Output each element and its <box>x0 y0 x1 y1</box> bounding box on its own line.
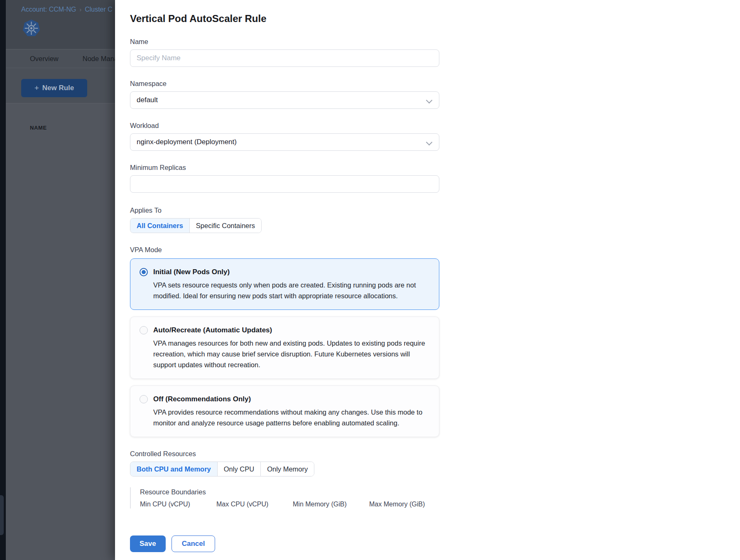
drawer-title: Vertical Pod AutoScaler Rule <box>130 12 439 25</box>
vpa-option-initial[interactable]: Initial (New Pods Only) VPA sets resourc… <box>130 258 439 310</box>
min-memory-column-label: Min Memory (GiB) <box>293 500 369 508</box>
vpa-option-title: Off (Recommendations Only) <box>153 394 251 404</box>
breadcrumb-separator-icon: › <box>79 6 81 13</box>
screen: Account: CCM-NG›Cluster C <box>0 0 740 560</box>
workload-select[interactable]: nginx-deployment (Deployment) <box>130 133 439 151</box>
new-rule-button-label: New Rule <box>42 84 74 92</box>
rules-table: NAME <box>6 103 115 560</box>
tab-overview[interactable]: Overview <box>30 55 59 63</box>
save-button[interactable]: Save <box>130 535 166 552</box>
vpa-mode-label: VPA Mode <box>130 246 439 254</box>
vpa-option-description: VPA manages resources for both new and e… <box>153 338 430 370</box>
vpa-option-off[interactable]: Off (Recommendations Only) VPA provides … <box>130 386 439 437</box>
min-replicas-input[interactable] <box>130 175 439 193</box>
vpa-rule-drawer: Vertical Pod AutoScaler Rule Name Namesp… <box>115 0 740 560</box>
max-cpu-column-label: Max CPU (vCPU) <box>216 500 293 508</box>
resource-boundaries-heading: Resource Boundaries <box>140 487 439 496</box>
max-memory-column-label: Max Memory (GiB) <box>369 500 425 508</box>
min-replicas-label: Minimum Replicas <box>130 163 439 172</box>
name-column-header: NAME <box>30 125 47 131</box>
resource-boundaries-panel: Resource Boundaries Min CPU (vCPU) Max C… <box>130 487 439 508</box>
namespace-label: Namespace <box>130 79 439 88</box>
background-page: Account: CCM-NG›Cluster C <box>0 0 115 560</box>
tab-node-management[interactable]: Node Mana <box>83 55 115 63</box>
chevron-down-icon <box>426 97 433 104</box>
min-cpu-column-label: Min CPU (vCPU) <box>140 500 216 508</box>
segment-all-containers[interactable]: All Containers <box>130 219 189 233</box>
name-input[interactable] <box>130 49 439 67</box>
new-rule-button[interactable]: + New Rule <box>21 79 87 97</box>
drawer-footer: Save Cancel <box>115 528 740 560</box>
breadcrumb-cluster[interactable]: Cluster C <box>85 6 113 13</box>
segment-both-cpu-memory[interactable]: Both CPU and Memory <box>130 462 217 476</box>
left-edge-strip <box>0 0 6 560</box>
cancel-button[interactable]: Cancel <box>172 535 216 552</box>
vpa-option-description: VPA sets resource requests only when pod… <box>153 280 430 301</box>
radio-unselected-icon[interactable] <box>140 326 148 334</box>
breadcrumb: Account: CCM-NG›Cluster C <box>21 6 113 13</box>
drawer-scroll-area[interactable]: Vertical Pod AutoScaler Rule Name Namesp… <box>115 0 740 528</box>
left-edge-panel <box>0 495 4 535</box>
applies-to-segmented-control: All Containers Specific Containers <box>130 218 262 233</box>
workload-select-value: nginx-deployment (Deployment) <box>137 138 237 146</box>
radio-selected-icon[interactable] <box>140 268 148 276</box>
page-header: Account: CCM-NG›Cluster C <box>6 0 115 49</box>
applies-to-label: Applies To <box>130 206 439 215</box>
segment-only-cpu[interactable]: Only CPU <box>217 462 260 476</box>
namespace-select-value: default <box>137 96 158 104</box>
controlled-resources-label: Controlled Resources <box>130 449 439 458</box>
breadcrumb-account[interactable]: Account: CCM-NG <box>21 6 76 13</box>
chevron-down-icon <box>426 139 433 146</box>
segment-only-memory[interactable]: Only Memory <box>260 462 314 476</box>
vpa-option-title: Initial (New Pods Only) <box>153 267 230 277</box>
page-tabbar: Overview Node Mana + New Rule <box>6 49 115 103</box>
controlled-resources-segmented-control: Both CPU and Memory Only CPU Only Memory <box>130 462 314 476</box>
radio-unselected-icon[interactable] <box>140 395 148 403</box>
name-label: Name <box>130 37 439 46</box>
workload-label: Workload <box>130 121 439 130</box>
vpa-option-auto-recreate[interactable]: Auto/Recreate (Automatic Updates) VPA ma… <box>130 317 439 379</box>
namespace-select[interactable]: default <box>130 91 439 109</box>
kubernetes-logo-icon <box>22 19 41 37</box>
tabbar-divider <box>6 68 115 68</box>
segment-specific-containers[interactable]: Specific Containers <box>189 219 261 233</box>
vpa-option-description: VPA provides resource recommendations wi… <box>153 407 430 428</box>
vpa-option-title: Auto/Recreate (Automatic Updates) <box>153 325 272 335</box>
plus-icon: + <box>34 84 39 93</box>
